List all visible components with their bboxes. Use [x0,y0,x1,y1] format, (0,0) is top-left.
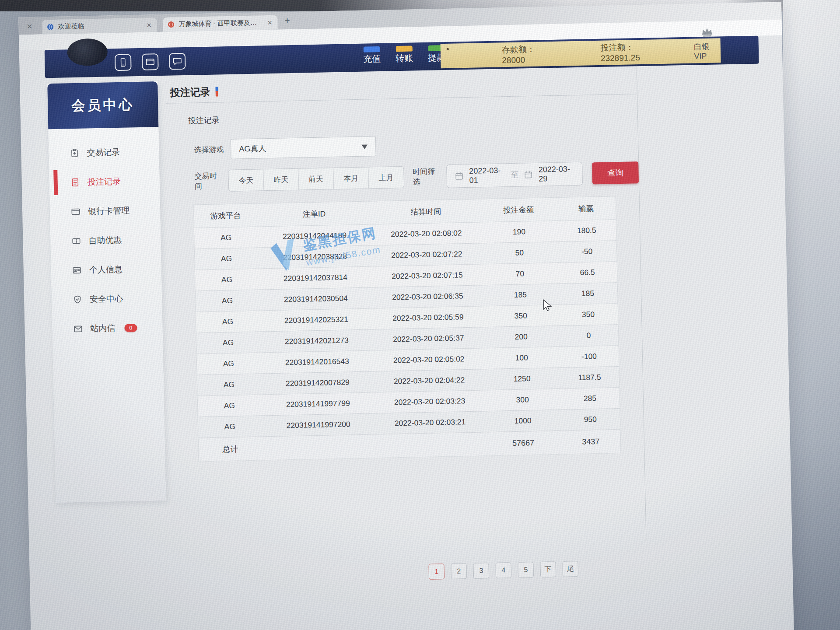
cell-order-id: 220319142038328 [258,251,372,262]
sidebar-item-投注记录[interactable]: 投注记录 [49,166,160,197]
cell-platform: AG [196,296,259,306]
page-button-2[interactable]: 2 [451,563,467,579]
deposit-value: 28000 [502,55,525,65]
account-summary-panel: 存款额：28000 投注额：232891.25 白银VIP [441,38,721,68]
cell-order-id: 220319141997799 [261,398,375,410]
cell-bet-amount: 190 [481,227,557,237]
section-title: 投注记录 [188,106,637,126]
cell-settle-time: 2022-03-20 02:04:22 [374,375,484,386]
tab-title: 欢迎莅临 [58,21,142,31]
main-content: 投注记录 投注记录 选择游戏 AG真人 交易时间 今天昨天前天本月上月 时间筛选… [165,65,647,549]
sidebar-item-交易记录[interactable]: 交易记录 [49,136,159,168]
cell-bet-amount: 70 [482,269,558,279]
sidebar-item-银行卡管理[interactable]: 银行卡管理 [49,195,160,227]
page-button-5[interactable]: 5 [518,562,534,578]
chat-button[interactable] [169,53,186,70]
cell-order-id: 220319142021273 [260,335,374,346]
cell-platform: AG [195,275,259,285]
bank-card-icon [145,57,155,66]
date-from-input[interactable]: 2022-03-01 [469,166,505,185]
globe-favicon [46,23,54,31]
cell-win-loss: 350 [559,309,618,320]
nav-link-充值[interactable]: 充值 [363,50,381,65]
quick-range-本月[interactable]: 本月 [333,168,369,189]
date-to-input[interactable]: 2022-03-29 [539,164,574,184]
vip-label: 白银VIP [694,42,710,60]
cell-order-id: 220319142037814 [259,272,373,284]
quick-range-上月[interactable]: 上月 [368,167,404,189]
cell-bet-amount: 185 [482,290,558,300]
web-page: 充值转账提款 存款额：28000 投注额：232891.25 白银VIP 会员中… [19,35,794,630]
column-header: 游戏平台 [194,210,257,222]
nav-tab-marker [396,46,413,52]
page-button-下[interactable]: 下 [540,561,556,578]
chat-icon [172,56,182,66]
time-filter-label: 交易时间 [194,171,222,191]
bank-card-button[interactable] [142,53,159,70]
cell-order-id: 220319142016543 [260,356,374,368]
nav-tab-marker [364,46,380,52]
crown-icon [700,26,714,38]
cell-order-id: 220319141997200 [261,419,375,430]
cell-win-loss: 180.5 [557,225,616,236]
game-select[interactable]: AG真人 [231,136,376,159]
shield-icon [73,294,82,304]
browser-window: ✕ 欢迎莅临✕万象城体育 - 西甲联赛及意甲罗✕ + 充值转账提款 存款额：28… [18,2,794,630]
cell-settle-time: 2022-03-20 02:05:37 [374,333,483,344]
bet-total-amount: 投注额：232891.25 [600,41,668,63]
cell-bet-amount: 1000 [485,416,561,426]
sidebar-item-自助优惠[interactable]: 自助优惠 [50,224,161,256]
sidebar-item-label: 交易记录 [87,146,120,158]
page-button-尾[interactable]: 尾 [562,561,578,577]
page-button-4[interactable]: 4 [495,562,511,578]
cell-bet-amount: 300 [484,395,560,405]
range-filter-label: 时间筛选 [413,166,441,187]
cell-bet-amount: 50 [482,248,558,258]
search-button[interactable]: 查询 [592,161,639,184]
total-bet-amount: 57667 [485,438,561,448]
mouse-cursor [542,299,553,313]
phone-button[interactable] [115,54,132,71]
game-filter-row: 选择游戏 AG真人 [194,131,638,160]
nav-link-转账[interactable]: 转账 [396,49,413,64]
total-win-loss: 3437 [561,437,620,447]
cell-settle-time: 2022-03-20 02:06:35 [373,291,483,302]
browser-tab[interactable]: 万象城体育 - 西甲联赛及意甲罗✕ [163,15,278,32]
page-button-3[interactable]: 3 [473,563,489,579]
quick-range-前天[interactable]: 前天 [298,168,334,190]
date-range-picker: 2022-03-01 至 2022-03-29 [446,162,583,188]
cell-platform: AG [197,380,261,390]
quick-range-今天[interactable]: 今天 [228,169,264,191]
nav-link-label: 充值 [363,53,381,63]
cell-settle-time: 2022-03-20 02:03:23 [375,396,485,407]
total-label: 总计 [199,443,262,455]
date-to-separator: 至 [511,170,518,180]
browser-tab[interactable]: 欢迎莅临✕ [42,18,157,34]
phone-icon [118,58,128,67]
cell-win-loss: -100 [560,351,619,362]
calendar-icon [524,170,533,179]
page-button-1[interactable]: 1 [428,564,444,580]
bet-records-table: 游戏平台注单ID结算时间投注金额输赢 AG2203191420441892022… [193,196,621,462]
close-icon[interactable]: ✕ [146,21,153,28]
new-tab-button[interactable]: + [284,15,290,26]
deposit-label: 存款额： [502,45,535,55]
sidebar-item-label: 投注记录 [88,175,121,188]
sidebar-item-安全中心[interactable]: 安全中心 [51,283,162,315]
tab-title: 万象城体育 - 西甲联赛及意甲罗 [178,18,262,28]
dot-decor [447,48,449,50]
sidebar-item-站内信[interactable]: 站内信0 [52,312,163,344]
bank-card-icon [71,206,80,216]
close-icon[interactable]: ✕ [23,20,36,33]
cell-bet-amount: 1250 [484,374,560,384]
sidebar-item-个人信息[interactable]: 个人信息 [51,254,161,285]
time-filter-row: 交易时间 今天昨天前天本月上月 时间筛选 2022-03-01 至 2022-0… [194,161,639,193]
close-icon[interactable]: ✕ [266,19,273,26]
sidebar: 会员中心 交易记录投注记录银行卡管理自助优惠个人信息安全中心站内信0 [47,81,166,503]
cell-order-id: 220319142007829 [261,377,375,388]
cell-win-loss: 950 [561,414,620,425]
cell-order-id: 220319142025321 [259,314,374,326]
red-favicon [167,21,175,28]
coupon-icon [71,236,81,245]
quick-range-昨天[interactable]: 昨天 [263,169,299,191]
